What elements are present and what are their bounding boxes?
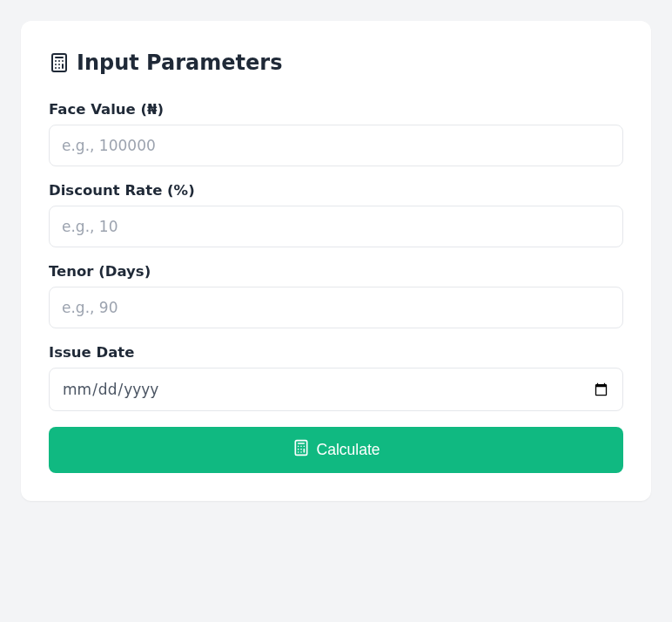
- face-value-input[interactable]: [49, 125, 623, 166]
- face-value-label: Face Value (₦): [49, 101, 623, 118]
- card-title: Input Parameters: [49, 49, 623, 77]
- discount-rate-label: Discount Rate (%): [49, 182, 623, 199]
- discount-rate-input[interactable]: [49, 206, 623, 247]
- card-title-text: Input Parameters: [77, 49, 282, 77]
- calculator-icon: [292, 439, 310, 461]
- calculate-button[interactable]: Calculate: [49, 427, 623, 473]
- input-parameters-card: Input Parameters Face Value (₦) Discount…: [21, 21, 651, 501]
- issue-date-label: Issue Date: [49, 344, 623, 361]
- tenor-label: Tenor (Days): [49, 263, 623, 280]
- calculator-icon: [49, 52, 70, 73]
- calculate-button-label: Calculate: [317, 441, 380, 459]
- face-value-field: Face Value (₦): [49, 101, 623, 166]
- issue-date-input[interactable]: [49, 368, 623, 411]
- tenor-input[interactable]: [49, 287, 623, 328]
- issue-date-field: Issue Date: [49, 344, 623, 411]
- tenor-field: Tenor (Days): [49, 263, 623, 328]
- discount-rate-field: Discount Rate (%): [49, 182, 623, 247]
